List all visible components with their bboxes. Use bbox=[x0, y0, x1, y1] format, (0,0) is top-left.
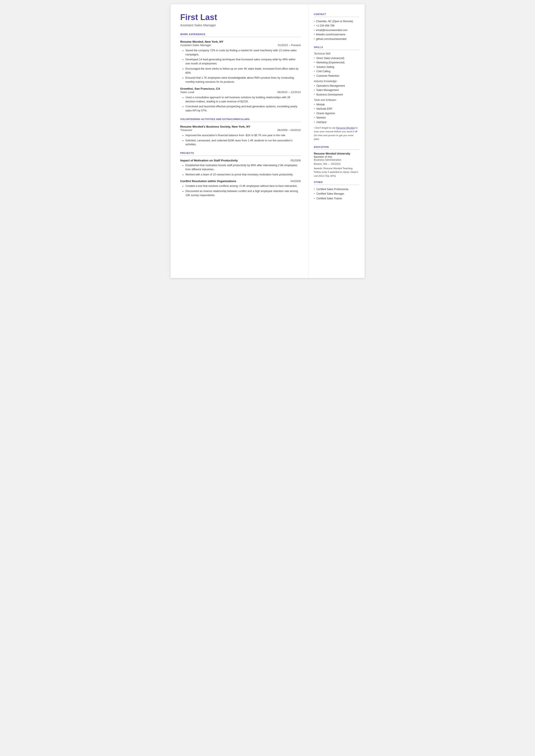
project-2-title: Conflict Resolution within Organizations bbox=[180, 180, 236, 183]
project-1-title: Impact of Motivation on Staff Productivi… bbox=[180, 159, 238, 162]
project-1-date: 05/2009 bbox=[291, 159, 301, 162]
vol-1-dates: 06/2009 – 04/2010 bbox=[277, 128, 300, 132]
vol-1-role: Treasurer bbox=[180, 128, 192, 132]
project-2-bullet-1: Created a tool that resolves conflicts a… bbox=[183, 184, 301, 188]
project-1-bullet-1: Established that motivation boosts staff… bbox=[183, 163, 301, 172]
job-2-dates: 06/2010 – 12/2014 bbox=[277, 91, 300, 94]
industry-skill-2: Business Development bbox=[314, 93, 359, 97]
contact-item-4: github.com/resumeworded bbox=[314, 37, 359, 41]
job-1-header: Resume Worded, New York, NY bbox=[180, 40, 301, 43]
vol-1-bullets: Improved the association's financial bal… bbox=[183, 133, 301, 147]
volunteering-title: VOLUNTEERING ACTIVITIES AND EXTRACURRICU… bbox=[180, 118, 301, 121]
job-2-bullet-2: Conceived and launched effective prospec… bbox=[183, 104, 301, 113]
other-list: Certified Sales Professional. Certified … bbox=[314, 187, 359, 201]
industry-skill-1: Sales Management bbox=[314, 88, 359, 92]
contact-title: CONTACT bbox=[314, 13, 359, 15]
job-1-bullet-2: Developed 14 lead-generating techniques … bbox=[183, 58, 301, 66]
industry-skills-list: Operations Management Sales Management B… bbox=[314, 84, 359, 97]
technical-skill-3: Cold Calling bbox=[314, 69, 359, 73]
technical-skill-1: Marketing (Experienced) bbox=[314, 60, 359, 65]
contact-item-2: email@resumeworded.com bbox=[314, 28, 359, 32]
project-1-bullet-2: Worked with a team of 15 researchers to … bbox=[183, 173, 301, 177]
technical-skill-0: Direct Sales (Advanced) bbox=[314, 56, 359, 60]
contact-item-0: Charlotte, NC (Open to Remote) bbox=[314, 19, 359, 23]
contact-item-3: linkedin.com/in/username bbox=[314, 32, 359, 37]
tools-skill-0: Minitab bbox=[314, 102, 359, 107]
technical-skill-2: Solution Selling bbox=[314, 65, 359, 69]
project-2-header: Conflict Resolution within Organizations… bbox=[180, 180, 301, 183]
project-2-bullet-2: Discovered an inverse relationship betwe… bbox=[183, 189, 301, 197]
other-title: OTHER bbox=[314, 181, 359, 183]
technical-skills-list: Direct Sales (Advanced) Marketing (Exper… bbox=[314, 56, 359, 78]
vol-1-bullet-2: Solicited, canvassed, and collected $19K… bbox=[183, 139, 301, 147]
tools-skills-list: Minitab NetSuite ERP Oracle Hyperion Mar… bbox=[314, 102, 359, 124]
job-1-bullet-3: Encouraged the store clerks to follow up… bbox=[183, 67, 301, 75]
job-1-company: Resume Worded, New York, NY bbox=[180, 40, 223, 43]
job-2-role-dates: Sales Lead 06/2010 – 12/2014 bbox=[180, 91, 301, 94]
contact-item-1: +1-234-456-789 bbox=[314, 23, 359, 28]
education-divider bbox=[314, 150, 359, 150]
other-item-2: Certified Sales Trainer. bbox=[314, 196, 359, 201]
technical-label: Technical Skill: bbox=[314, 52, 359, 55]
project-2-date: 04/2009 bbox=[291, 180, 301, 183]
tools-label: Tools and Software: bbox=[314, 98, 359, 101]
job-2-header: Growthsi, San Francisco, CA bbox=[180, 87, 301, 90]
tools-skill-2: Oracle Hyperion bbox=[314, 111, 359, 116]
industry-skill-0: Operations Management bbox=[314, 84, 359, 88]
contact-divider bbox=[314, 17, 359, 17]
job-2-bullets: Used a consultative approach to sell bus… bbox=[183, 96, 301, 113]
job-1-bullet-1: Saved the company 72% in costs by findin… bbox=[183, 48, 301, 57]
skills-divider bbox=[314, 50, 359, 50]
projects-title: PROJECTS bbox=[180, 152, 301, 154]
edu-field: Business Administration bbox=[314, 158, 359, 161]
industry-label: Industry Knowledge: bbox=[314, 80, 359, 83]
tools-skill-1: NetSuite ERP bbox=[314, 107, 359, 111]
work-experience-title: WORK EXPERIENCE bbox=[180, 33, 301, 36]
tools-skill-4: HubSpot bbox=[314, 120, 359, 124]
education-title: EDUCATION bbox=[314, 146, 359, 148]
job-1-bullets: Saved the company 72% in costs by findin… bbox=[183, 48, 301, 84]
vol-1-header: Resume Worded's Business Society, New Yo… bbox=[180, 125, 301, 128]
technical-skill-4: Customer Retention bbox=[314, 74, 359, 78]
projects-divider bbox=[180, 155, 301, 156]
resume-worded-note: • Don't forget to use Resume Worded to s… bbox=[314, 126, 359, 141]
job-2-role: Sales Lead bbox=[180, 91, 194, 94]
other-item-0: Certified Sales Professional. bbox=[314, 187, 359, 192]
right-column: CONTACT Charlotte, NC (Open to Remote) +… bbox=[309, 4, 365, 278]
edu-awards: Awards: Resume Worded Teaching Fellow (o… bbox=[314, 167, 359, 178]
resume-worded-link[interactable]: Resume Worded bbox=[336, 126, 355, 129]
tools-skill-3: Marketo bbox=[314, 116, 359, 120]
edu-location-date: Boston, MA — 05/2010 bbox=[314, 162, 359, 165]
left-column: First Last Assistant Sales Manager WORK … bbox=[171, 4, 309, 278]
job-2-bullet-1: Used a consultative approach to sell bus… bbox=[183, 96, 301, 104]
vol-1-org: Resume Worded's Business Society, New Yo… bbox=[180, 125, 251, 128]
job-1-bullet-4: Ensured that 1.7K employees were knowled… bbox=[183, 76, 301, 84]
project-2-bullets: Created a tool that resolves conflicts a… bbox=[183, 184, 301, 197]
subtitle: Assistant Sales Manager bbox=[180, 23, 301, 27]
edu-school: Resume Worded University bbox=[314, 152, 359, 155]
skills-title: SKILLS bbox=[314, 46, 359, 48]
vol-1-role-dates: Treasurer 06/2009 – 04/2010 bbox=[180, 128, 301, 132]
edu-degree: Bachelor of Arts bbox=[314, 155, 359, 158]
project-1-header: Impact of Motivation on Staff Productivi… bbox=[180, 159, 301, 162]
resume-page: First Last Assistant Sales Manager WORK … bbox=[171, 4, 365, 278]
other-item-1: Certified Sales Manager. bbox=[314, 192, 359, 196]
job-1-role-dates: Assistant Sales Manager 01/2015 – Presen… bbox=[180, 43, 301, 47]
job-1-role: Assistant Sales Manager bbox=[180, 43, 211, 47]
vol-1-bullet-1: Improved the association's financial bal… bbox=[183, 133, 301, 137]
job-2-company: Growthsi, San Francisco, CA bbox=[180, 87, 220, 90]
job-1-dates: 01/2015 – Present bbox=[278, 43, 300, 47]
contact-list: Charlotte, NC (Open to Remote) +1-234-45… bbox=[314, 19, 359, 41]
project-1-bullets: Established that motivation boosts staff… bbox=[183, 163, 301, 177]
work-divider bbox=[180, 37, 301, 37]
name: First Last bbox=[180, 13, 301, 22]
